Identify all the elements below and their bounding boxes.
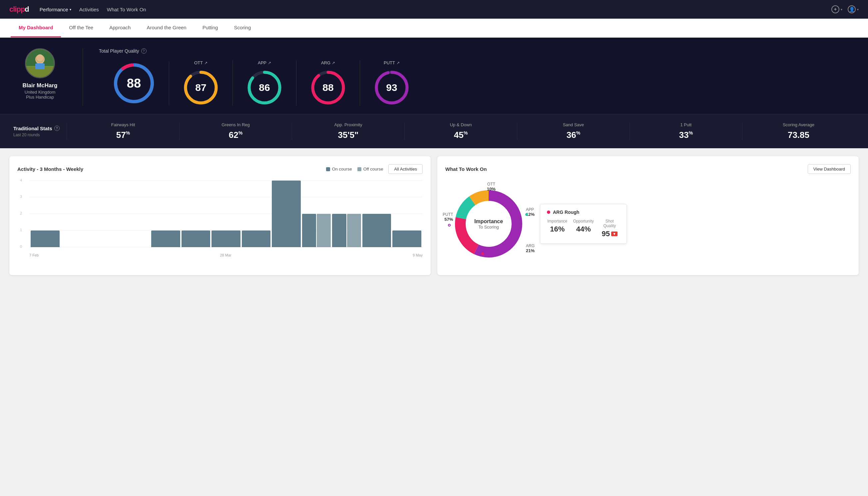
add-button[interactable]: + ▾ — [831, 5, 842, 13]
all-activities-button[interactable]: All Activities — [388, 164, 423, 174]
avatar — [25, 48, 55, 78]
ott-circle-item: OTT ↗ 87 — [169, 60, 233, 106]
legend-off-course: Off course — [358, 167, 383, 172]
bar-group — [272, 181, 301, 247]
bar-group — [211, 231, 240, 247]
app-circle: 86 — [246, 69, 283, 106]
tab-putting[interactable]: Putting — [194, 19, 226, 37]
circles-row: 88 OTT ↗ 87 — [99, 60, 855, 106]
bar-on-course — [242, 231, 271, 247]
chart-title: Activity - 3 Months - Weekly — [17, 166, 83, 172]
arg-circle-item: ARG ↗ 88 — [297, 60, 360, 106]
wtwon-panel-header: What To Work On View Dashboard — [445, 164, 851, 174]
tabs-bar: My Dashboard Off the Tee Approach Around… — [0, 19, 868, 37]
view-dashboard-button[interactable]: View Dashboard — [808, 164, 851, 174]
bar-off-course — [317, 214, 331, 247]
bar-on-course — [182, 231, 210, 247]
svg-point-5 — [37, 54, 43, 62]
bar-on-course — [31, 231, 60, 247]
shot-quality-badge: ▼ — [611, 232, 617, 236]
stat-scoring-average: Scoring Average 73.85 — [742, 122, 855, 140]
donut-center-text: Importance To Scoring — [474, 218, 503, 230]
donut-to-scoring-label: To Scoring — [474, 224, 503, 230]
tab-around-the-green[interactable]: Around the Green — [139, 19, 194, 37]
nav-what-to-work-on[interactable]: What To Work On — [107, 7, 146, 12]
putt-value: 93 — [386, 82, 397, 93]
chevron-down-icon: ▾ — [857, 7, 859, 11]
bar-off-course — [347, 214, 361, 247]
profile-country: United Kingdom — [25, 90, 56, 95]
user-menu[interactable]: 👤 ▾ — [848, 5, 859, 13]
chevron-down-icon: ▾ — [841, 7, 842, 11]
tab-scoring[interactable]: Scoring — [226, 19, 259, 37]
bar-group — [392, 231, 421, 247]
logo: clippd — [9, 5, 29, 14]
info-shot-quality: Shot Quality 95 ▼ — [599, 219, 620, 238]
x-label-may: 9 May — [413, 253, 423, 257]
bar-on-course — [151, 231, 180, 247]
bar-group — [242, 231, 271, 247]
trad-help-icon[interactable]: ? — [54, 126, 60, 131]
ott-arrow-icon: ↗ — [204, 61, 207, 65]
help-icon[interactable]: ? — [141, 48, 146, 53]
donut-putt-label: PUTT 57% — [443, 212, 453, 222]
bar-group — [31, 231, 60, 247]
traditional-stats-label: Traditional Stats ? Last 20 rounds — [13, 126, 67, 137]
putt-circle: 93 — [373, 69, 410, 106]
quality-label: Total Player Quality ? — [99, 48, 855, 53]
quality-section: Total Player Quality ? 88 — [99, 48, 855, 106]
putt-label: PUTT ↗ — [384, 60, 400, 65]
chart-legend: On course Off course All Activities — [326, 164, 423, 174]
bar-group — [302, 214, 331, 247]
info-card-stats: Importance 16% Opportunity 44% Shot Qual… — [547, 219, 620, 238]
putt-segment-dot — [448, 224, 451, 227]
info-card-title: ARG Rough — [547, 210, 620, 215]
tab-my-dashboard[interactable]: My Dashboard — [11, 19, 61, 37]
x-axis: 7 Feb 28 Mar 9 May — [29, 253, 423, 257]
tab-off-the-tee[interactable]: Off the Tee — [61, 19, 101, 37]
bar-group — [182, 231, 210, 247]
arg-circle: 88 — [310, 69, 346, 106]
chart-panel-header: Activity - 3 Months - Weekly On course O… — [17, 164, 423, 174]
bar-empty — [91, 246, 120, 247]
bar-on-course — [272, 181, 301, 247]
top-nav: clippd Performance ▾ Activities What To … — [0, 0, 868, 19]
bar-on-course — [362, 214, 391, 247]
wtwon-title: What To Work On — [445, 166, 487, 172]
bars-area — [29, 181, 423, 247]
nav-links: Performance ▾ Activities What To Work On — [40, 7, 821, 12]
donut-importance-label: Importance — [474, 218, 503, 224]
activity-chart-panel: Activity - 3 Months - Weekly On course O… — [9, 156, 431, 275]
what-to-work-on-panel: What To Work On View Dashboard — [437, 156, 859, 275]
info-importance: Importance 16% — [547, 219, 568, 238]
main-quality-value: 88 — [127, 76, 141, 90]
bar-on-course — [392, 231, 421, 247]
profile-name: Blair McHarg — [23, 82, 58, 89]
stat-sand-save: Sand Save 36% — [517, 122, 630, 140]
tab-approach[interactable]: Approach — [101, 19, 139, 37]
arg-segment-dot — [481, 252, 484, 255]
bottom-panels: Activity - 3 Months - Weekly On course O… — [0, 148, 868, 283]
ott-circle: 87 — [183, 69, 219, 106]
x-label-mar: 28 Mar — [220, 253, 231, 257]
app-label: APP ↗ — [258, 60, 271, 65]
stat-greens-in-reg: Greens In Reg 62% — [179, 122, 292, 140]
bar-on-course — [211, 231, 240, 247]
stat-1-putt: 1 Putt 33% — [630, 122, 742, 140]
bar-group — [91, 246, 120, 247]
info-opportunity: Opportunity 44% — [573, 219, 594, 238]
stats-bar: Traditional Stats ? Last 20 rounds Fairw… — [0, 114, 868, 148]
activity-bar-chart: 4 3 2 1 0 7 Feb 28 Mar 9 May — [17, 181, 423, 257]
nav-activities[interactable]: Activities — [79, 7, 99, 12]
arg-label: ARG ↗ — [321, 60, 335, 65]
donut-arg-label: ARG 21% — [526, 243, 535, 253]
nav-performance[interactable]: Performance ▾ — [40, 7, 71, 12]
chevron-down-icon: ▾ — [69, 7, 71, 11]
app-circle-item: APP ↗ 86 — [233, 60, 297, 106]
donut-ott-label: OTT 10% — [487, 182, 495, 191]
putt-circle-item: PUTT ↗ 93 — [360, 60, 423, 106]
main-quality-circle: 88 — [99, 62, 169, 105]
arg-arrow-icon: ↗ — [332, 61, 335, 65]
stat-fairways-hit: Fairways Hit 57% — [67, 122, 179, 140]
app-arrow-icon: ↗ — [268, 61, 271, 65]
